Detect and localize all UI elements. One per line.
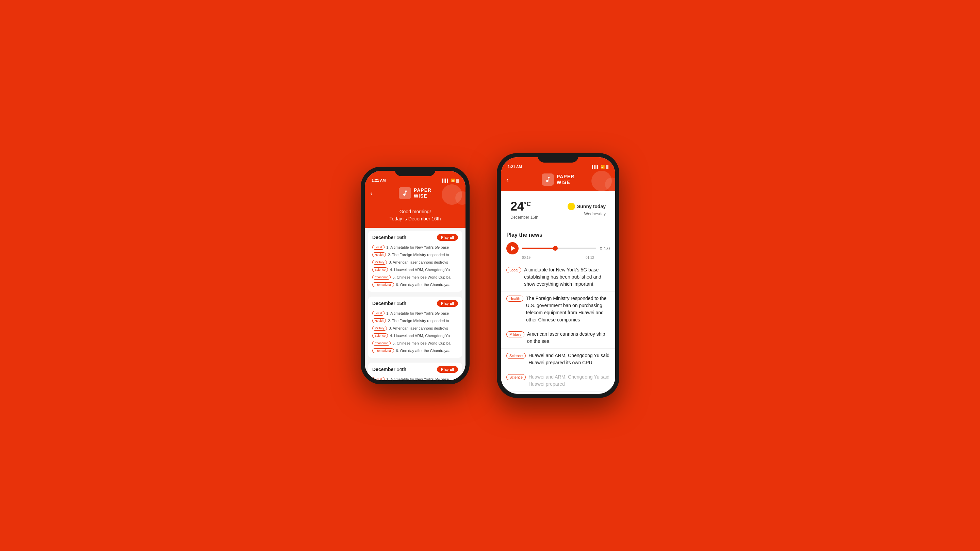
play-button[interactable] [506,242,519,254]
greeting-line1: Good morning! [370,208,460,215]
logo-text-large: PAPER WISE [557,174,574,185]
section-date-0: December 16th [372,235,406,240]
large-tag-2: Military [506,331,524,337]
news-item-1-3[interactable]: Science4. Huawei and ARM, Chengdong Yu [372,332,458,340]
greeting-line2: Today is December 16th [370,215,460,222]
news-text-0-0: 1. A timetable for New York's 5G base [387,245,458,249]
large-news-text-2: American laser cannons destroy ship on t… [527,330,610,345]
logo-icon-large [542,173,554,186]
playback-speed[interactable]: X 1.0 [600,246,610,251]
greeting: Good morning! Today is December 16th [365,205,466,228]
play-all-button-0[interactable]: Play all [437,234,458,241]
app-header-large: ‹ PAPER WISE [501,171,615,191]
news-list-large: LocalA timetable for New York's 5G base … [501,263,615,394]
play-all-button-1[interactable]: Play all [437,300,458,307]
large-tag-row-0: LocalA timetable for New York's 5G base … [506,266,610,288]
large-news-text-4: Huawei and ARM, Chengdong Yu said Huawei… [528,373,610,388]
news-text-0-4: 5. Chinese men lose World Cup ba [393,275,458,279]
temperature: 24°C [511,199,538,214]
sun-icon [568,203,575,210]
news-tag-1-1: Health [372,318,386,323]
battery-icon-large: ▓ [606,165,608,169]
news-item-1-2[interactable]: Military3. American laser cannons destro… [372,324,458,332]
section-header-2: December 14thPlay all [372,366,458,373]
battery-icon: ▓ [456,179,459,182]
phones-container: 1:21 AM ▌▌▌ 📶 ▓ ‹ [361,153,619,398]
large-tag-row-1: HealthThe Foreign Ministry responded to … [506,295,610,324]
section-date-1: December 15th [372,301,406,306]
news-text-1-1: 2. The Foreign Ministry responded to [388,319,458,323]
screen-large: 1:21 AM ▌▌▌ 📶 ▓ ‹ [501,157,615,394]
news-tag-2-0: Local [372,377,385,380]
weather-left: 24°C December 16th [511,199,538,220]
progress-track [522,248,596,249]
logo-icon-small [399,187,411,199]
large-tag-4: Science [506,374,526,380]
header-logo-small: PAPER WISE [399,187,431,199]
news-tag-0-5: International [372,282,394,287]
play-news-title: Play the news [506,232,610,238]
large-news-text-3: Huawei and ARM, Chengdong Yu said Huawei… [528,352,610,366]
news-item-0-1[interactable]: Health2. The Foreign Ministry responded … [372,251,458,259]
header-logo-large: PAPER WISE [542,173,574,186]
notch-small [395,167,436,176]
play-all-button-2[interactable]: Play all [437,366,458,373]
large-news-item-4[interactable]: ScienceHuawei and ARM, Chengdong Yu said… [501,370,615,392]
large-tag-row-4: ScienceHuawei and ARM, Chengdong Yu said… [506,373,610,388]
weather-condition: Sunny today [568,203,606,210]
screen-small: 1:21 AM ▌▌▌ 📶 ▓ ‹ [365,171,466,380]
app-header-small: ‹ PAPER WISE [365,184,466,205]
signal-icon: ▌▌▌ [442,179,449,182]
back-button-large[interactable]: ‹ [506,176,509,184]
section-date-2: December 14th [372,367,406,372]
large-tag-row-2: MilitaryAmerican laser cannons destroy s… [506,330,610,345]
status-time-large: 1:21 AM [508,165,522,169]
logo-text-small: PAPER WISE [414,187,431,199]
play-triangle-icon [511,246,515,251]
news-tag-1-0: Local [372,311,385,316]
news-item-1-4[interactable]: Economic5. Chinese men lose World Cup ba [372,340,458,347]
news-tag-1-3: Science [372,333,388,338]
news-text-1-0: 1. A timetable for New York's 5G base [387,311,458,315]
news-item-1-5[interactable]: International6. One day after the Chandr… [372,347,458,354]
section-header-0: December 16thPlay all [372,234,458,241]
news-text-0-1: 2. The Foreign Ministry responded to [388,253,458,257]
phone-large: 1:21 AM ▌▌▌ 📶 ▓ ‹ [497,153,619,398]
news-tag-1-4: Economic [372,341,391,346]
signal-icon-large: ▌▌▌ [592,165,599,169]
news-item-1-1[interactable]: Health2. The Foreign Ministry responded … [372,317,458,324]
news-tag-1-5: International [372,348,394,353]
large-news-item-2[interactable]: MilitaryAmerican laser cannons destroy s… [501,327,615,349]
large-news-item-0[interactable]: LocalA timetable for New York's 5G base … [501,263,615,292]
news-item-0-4[interactable]: Economic5. Chinese men lose World Cup ba [372,273,458,281]
news-text-0-5: 6. One day after the Chandrayaa [396,283,458,287]
wifi-icon-large: 📶 [601,165,605,169]
news-text-1-2: 3. American laser cannons destroys [389,326,458,330]
news-text-1-3: 4. Huawei and ARM, Chengdong Yu [390,333,458,338]
news-item-2-0[interactable]: Local1. A timetable for New York's 5G ba… [372,375,458,380]
news-tag-1-2: Military [372,326,387,330]
news-item-1-0[interactable]: Local1. A timetable for New York's 5G ba… [372,310,458,317]
player-bar: X 1.0 [506,242,610,254]
progress-fill [522,248,555,249]
news-item-0-2[interactable]: Military3. American laser cannons destro… [372,259,458,266]
large-news-item-1[interactable]: HealthThe Foreign Ministry responded to … [501,292,615,327]
notch-large [538,153,579,163]
back-button-small[interactable]: ‹ [370,189,372,197]
weather-right: Sunny today Wednesday [568,203,606,216]
news-item-0-5[interactable]: International6. One day after the Chandr… [372,281,458,288]
large-news-item-3[interactable]: ScienceHuawei and ARM, Chengdong Yu said… [501,349,615,370]
news-text-1-4: 5. Chinese men lose World Cup ba [393,341,458,345]
news-text-2-0: 1. A timetable for New York's 5G base [387,377,458,380]
wifi-icon: 📶 [451,179,455,182]
news-item-0-3[interactable]: Science4. Huawei and ARM, Chengdong Yu [372,266,458,273]
progress-bar[interactable] [522,248,596,249]
news-text-1-5: 6. One day after the Chandrayaa [396,349,458,353]
status-icons-small: ▌▌▌ 📶 ▓ [442,179,459,182]
news-item-0-0[interactable]: Local1. A timetable for New York's 5G ba… [372,243,458,251]
news-text-0-3: 4. Huawei and ARM, Chengdong Yu [390,268,458,272]
content-small: December 16thPlay allLocal1. A timetable… [365,228,466,380]
large-tag-0: Local [506,267,521,273]
news-text-0-2: 3. American laser cannons destroys [389,260,458,264]
news-tag-0-3: Science [372,267,388,272]
